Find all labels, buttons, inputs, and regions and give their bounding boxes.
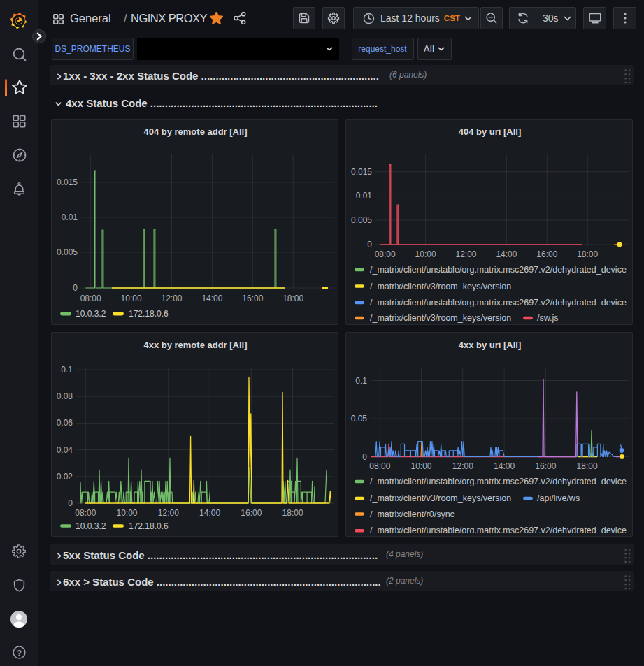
svg-text:10:00: 10:00: [410, 461, 431, 471]
svg-text:0.01: 0.01: [356, 191, 373, 201]
svg-text:10:00: 10:00: [121, 294, 142, 303]
svg-text:172.18.0.6: 172.18.0.6: [129, 309, 169, 319]
svg-text:08:00: 08:00: [375, 249, 396, 259]
svg-text:10:00: 10:00: [116, 508, 137, 518]
svg-text:12:00: 12:00: [158, 508, 179, 518]
svg-text:12:00: 12:00: [452, 461, 473, 471]
svg-text:172.18.0.6: 172.18.0.6: [129, 521, 169, 531]
svg-text:14:00: 14:00: [496, 249, 517, 259]
svg-text:0.05: 0.05: [351, 414, 368, 424]
svg-text:0.08: 0.08: [57, 391, 73, 401]
svg-text:14:00: 14:00: [494, 461, 515, 471]
svg-text:16:00: 16:00: [535, 461, 556, 471]
svg-text:/_matrix/client/v3/room_keys/v: /_matrix/client/v3/room_keys/version: [370, 313, 511, 323]
svg-text:?: ?: [17, 649, 22, 657]
svg-text:0: 0: [73, 283, 78, 293]
svg-text:08:00: 08:00: [369, 461, 390, 471]
svg-text:0.02: 0.02: [57, 472, 73, 482]
svg-text:08:00: 08:00: [80, 294, 101, 303]
svg-text:0.005: 0.005: [351, 215, 372, 225]
svg-text:0.015: 0.015: [57, 178, 78, 187]
svg-text:0.1: 0.1: [355, 376, 367, 386]
svg-text:10:00: 10:00: [415, 249, 436, 259]
svg-text:0.1: 0.1: [61, 365, 73, 375]
svg-text:/_matrix/client/r0/sync: /_matrix/client/r0/sync: [370, 509, 455, 519]
svg-text:404 by uri [All]: 404 by uri [All]: [459, 126, 522, 137]
svg-text:14:00: 14:00: [201, 294, 222, 303]
svg-text:404 by remote addr [All]: 404 by remote addr [All]: [143, 126, 247, 137]
svg-text:0.06: 0.06: [57, 418, 73, 428]
svg-text:18:00: 18:00: [577, 461, 598, 471]
svg-text:18:00: 18:00: [577, 249, 598, 259]
svg-text:/_matrix/client/unstable/org.m: /_matrix/client/unstable/org.matrix.msc2…: [370, 298, 627, 307]
svg-text:0.01: 0.01: [62, 212, 78, 222]
svg-text:0.005: 0.005: [57, 247, 78, 257]
svg-text:/_matrix/client/v3/room_keys/v: /_matrix/client/v3/room_keys/version: [370, 493, 511, 503]
svg-text:08:00: 08:00: [75, 508, 96, 518]
svg-text:12:00: 12:00: [161, 294, 182, 303]
svg-text:10.0.3.2: 10.0.3.2: [76, 521, 106, 531]
svg-text:0: 0: [362, 452, 367, 462]
svg-text:/_matrix/client/unstable/org.m: /_matrix/client/unstable/org.matrix.msc2…: [370, 265, 627, 275]
svg-text:/sw.js: /sw.js: [537, 313, 559, 323]
svg-text:14:00: 14:00: [199, 508, 220, 518]
svg-text:0.015: 0.015: [351, 167, 372, 177]
svg-text:16:00: 16:00: [242, 294, 263, 303]
svg-text:12:00: 12:00: [455, 249, 476, 259]
svg-text:4xx by uri [All]: 4xx by uri [All]: [459, 340, 522, 350]
svg-text:18:00: 18:00: [282, 294, 303, 303]
svg-text:0: 0: [68, 498, 73, 508]
svg-text:/_matrix/client/v3/room_keys/v: /_matrix/client/v3/room_keys/version: [370, 282, 511, 291]
svg-text:4xx by remote addr [All]: 4xx by remote addr [All]: [143, 340, 247, 350]
svg-text:18:00: 18:00: [282, 508, 303, 518]
svg-text:16:00: 16:00: [241, 508, 262, 518]
svg-text:/_matrix/client/unstable/org.m: /_matrix/client/unstable/org.matrix.msc2…: [370, 477, 627, 486]
svg-text:0.04: 0.04: [57, 445, 73, 455]
svg-text:16:00: 16:00: [536, 249, 557, 259]
svg-text:/api/live/ws: /api/live/ws: [537, 493, 580, 503]
svg-text:10.0.3.2: 10.0.3.2: [76, 309, 106, 319]
svg-text:0: 0: [367, 240, 372, 249]
